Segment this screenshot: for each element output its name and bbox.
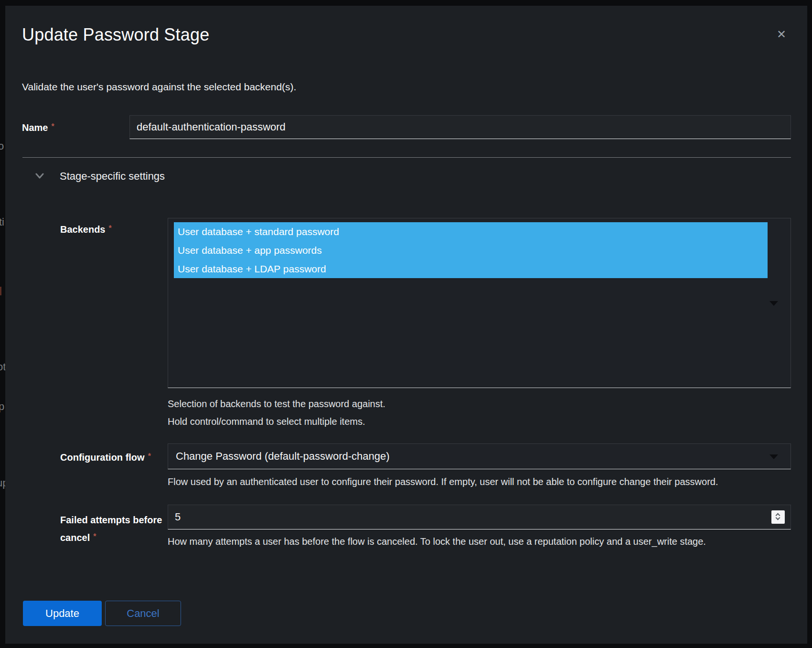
page-title: Update Password Stage <box>22 25 209 45</box>
background-accent-fragment <box>0 287 1 295</box>
backends-label: Backends* <box>60 223 112 237</box>
update-password-stage-modal: Update Password Stage ✕ Validate the use… <box>5 6 807 644</box>
modal-description: Validate the user's password against the… <box>22 81 296 93</box>
backends-help-text: Hold control/command to select multiple … <box>168 415 365 428</box>
failed-attempts-label: Failed attempts before cancel* <box>60 511 173 547</box>
cancel-button[interactable]: Cancel <box>105 601 181 626</box>
stage-settings-label: Stage-specific settings <box>60 170 165 183</box>
backends-options: User database + standard password User d… <box>174 222 768 278</box>
configuration-flow-help-text: Flow used by an authenticated user to co… <box>168 475 718 488</box>
section-divider <box>22 157 791 158</box>
stage-settings-expander[interactable]: Stage-specific settings <box>35 170 165 183</box>
number-stepper[interactable] <box>771 510 785 524</box>
name-label: Name* <box>22 121 54 135</box>
background-text-fragment: o <box>0 140 4 152</box>
stepper-down-icon[interactable] <box>776 516 780 520</box>
required-asterisk: * <box>51 122 54 130</box>
background-text-fragment: p <box>0 400 4 413</box>
background-text-fragment: ti <box>0 216 4 228</box>
backends-option-selected[interactable]: User database + standard password <box>174 222 768 241</box>
backends-option-selected[interactable]: User database + LDAP password <box>174 259 768 278</box>
configuration-flow-select[interactable]: Change Password (default-password-change… <box>168 443 791 469</box>
failed-attempts-help-text: How many attempts a user has before the … <box>168 535 706 548</box>
required-asterisk: * <box>109 224 112 232</box>
chevron-down-icon <box>35 173 44 181</box>
configuration-flow-label: Configuration flow* <box>60 451 151 464</box>
close-icon[interactable]: ✕ <box>773 27 790 42</box>
required-asterisk: * <box>93 532 96 540</box>
configuration-flow-value: Change Password (default-password-change… <box>176 444 390 469</box>
update-button[interactable]: Update <box>23 601 102 626</box>
caret-down-icon <box>769 301 778 306</box>
failed-attempts-input[interactable] <box>168 505 791 529</box>
name-input[interactable] <box>129 115 791 139</box>
caret-down-icon <box>769 454 778 459</box>
backends-help-text: Selection of backends to test the passwo… <box>168 398 385 410</box>
backends-multiselect[interactable]: User database + standard password User d… <box>168 218 791 388</box>
backends-option-selected[interactable]: User database + app passwords <box>174 241 768 259</box>
required-asterisk: * <box>148 452 151 460</box>
